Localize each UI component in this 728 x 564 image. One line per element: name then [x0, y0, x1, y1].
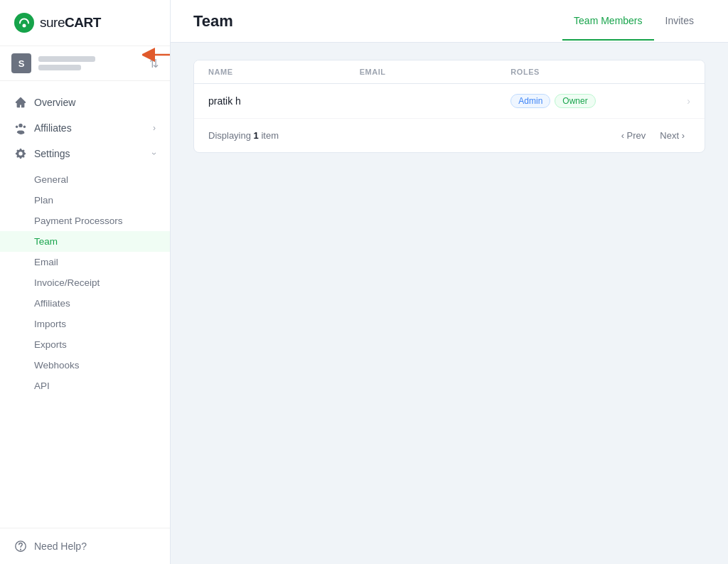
- main-content: NAME EMAIL ROLES pratik h Admin Owner › …: [171, 43, 728, 564]
- store-selector[interactable]: S ⇅: [0, 46, 170, 81]
- row-chevron-icon: ›: [687, 95, 690, 107]
- submenu-plan-label: Plan: [34, 195, 53, 206]
- submenu-general-label: General: [34, 174, 68, 185]
- tab-invites[interactable]: Invites: [654, 2, 705, 41]
- submenu-item-invoice-receipt[interactable]: Invoice/Receipt: [0, 272, 170, 293]
- page-title: Team: [193, 12, 233, 31]
- submenu-item-general[interactable]: General: [0, 169, 170, 190]
- store-name-block-1: [38, 56, 95, 62]
- settings-chevron-icon: ›: [149, 152, 159, 155]
- submenu-item-plan[interactable]: Plan: [0, 190, 170, 211]
- sidebar-item-overview[interactable]: Overview: [0, 90, 170, 115]
- nav: Overview Affiliates › Settings › General…: [0, 81, 170, 528]
- sidebar-item-overview-label: Overview: [34, 97, 75, 108]
- col-roles: ROLES: [510, 68, 662, 76]
- store-avatar: S: [11, 53, 31, 73]
- pagination-suffix: item: [259, 130, 279, 141]
- surecart-logo-icon: [14, 13, 34, 33]
- svg-point-1: [23, 24, 26, 28]
- submenu-invoice-receipt-label: Invoice/Receipt: [34, 277, 100, 288]
- sidebar-item-affiliates[interactable]: Affiliates ›: [0, 115, 170, 141]
- store-info: S: [11, 53, 149, 73]
- submenu-item-exports[interactable]: Exports: [0, 334, 170, 355]
- col-name: NAME: [208, 68, 360, 76]
- main: Team Team Members Invites NAME EMAIL ROL…: [171, 0, 728, 564]
- col-email: EMAIL: [360, 68, 511, 76]
- svg-point-0: [14, 13, 34, 33]
- pagination: Displaying 1 item ‹ Prev Next ›: [194, 119, 705, 152]
- settings-submenu: General Plan Payment Processors Team Ema…: [0, 166, 170, 399]
- affiliates-icon: [14, 122, 27, 134]
- submenu-item-team[interactable]: Team: [0, 231, 170, 252]
- submenu-team-label: Team: [34, 236, 58, 247]
- sidebar-bottom: Need Help?: [0, 528, 170, 564]
- submenu-item-payment-processors[interactable]: Payment Processors: [0, 211, 170, 231]
- store-name-block-2: [38, 65, 81, 70]
- content-card: NAME EMAIL ROLES pratik h Admin Owner › …: [193, 60, 705, 153]
- submenu-api-label: API: [34, 381, 50, 391]
- badge-admin: Admin: [510, 94, 550, 108]
- help-icon: [14, 540, 27, 553]
- badge-owner: Owner: [555, 94, 595, 108]
- sidebar-item-affiliates-label: Affiliates: [34, 122, 72, 134]
- submenu-item-imports[interactable]: Imports: [0, 314, 170, 334]
- submenu-item-email[interactable]: Email: [0, 252, 170, 272]
- logo-area: sureCART: [0, 0, 170, 46]
- prev-button[interactable]: ‹ Prev: [616, 127, 652, 144]
- pagination-prefix: Displaying: [208, 130, 254, 141]
- need-help-item[interactable]: Need Help?: [14, 540, 156, 553]
- sidebar-item-settings[interactable]: Settings ›: [0, 141, 170, 166]
- logo-text: sureCART: [40, 15, 101, 31]
- table-row[interactable]: pratik h Admin Owner ›: [194, 84, 705, 119]
- tab-team-members[interactable]: Team Members: [562, 2, 653, 41]
- submenu-payment-processors-label: Payment Processors: [34, 216, 123, 226]
- cell-name: pratik h: [208, 95, 360, 107]
- submenu-item-api[interactable]: API: [0, 376, 170, 396]
- next-button[interactable]: Next ›: [654, 127, 690, 144]
- main-header: Team Team Members Invites: [171, 0, 728, 43]
- tabs: Team Members Invites: [562, 2, 705, 41]
- sidebar-item-settings-label: Settings: [34, 148, 70, 159]
- settings-icon: [14, 147, 27, 160]
- affiliates-chevron-icon: ›: [153, 123, 156, 133]
- submenu-email-label: Email: [34, 257, 58, 267]
- home-icon: [14, 96, 27, 109]
- pagination-controls: ‹ Prev Next ›: [616, 127, 690, 144]
- help-label: Need Help?: [34, 541, 87, 552]
- svg-point-4: [21, 549, 21, 550]
- submenu-imports-label: Imports: [34, 319, 66, 329]
- table-header: NAME EMAIL ROLES: [194, 60, 705, 84]
- store-name-blocks: [38, 56, 95, 70]
- pagination-count: 1: [254, 130, 259, 141]
- sidebar: sureCART S ⇅: [0, 0, 171, 564]
- submenu-exports-label: Exports: [34, 339, 67, 350]
- submenu-affiliates-label: Affiliates: [34, 298, 70, 309]
- sort-icon[interactable]: ⇅: [149, 57, 159, 70]
- roles-cell: Admin Owner: [510, 94, 662, 108]
- submenu-webhooks-label: Webhooks: [34, 360, 80, 371]
- submenu-item-affiliates[interactable]: Affiliates: [0, 293, 170, 314]
- store-selector-wrapper: S ⇅: [0, 46, 170, 81]
- submenu-item-webhooks[interactable]: Webhooks: [0, 355, 170, 376]
- pagination-info: Displaying 1 item: [208, 130, 279, 141]
